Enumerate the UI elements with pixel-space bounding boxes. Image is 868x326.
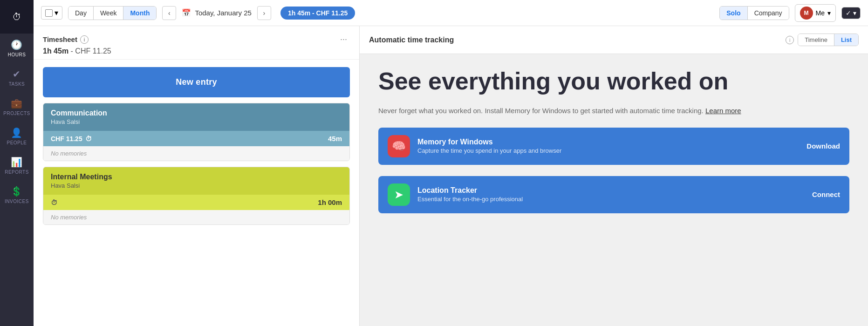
sidebar: ⏱ 🕐 HOURS ✔ TASKS 💼 PROJECTS 👤 PEOPLE 📊 … — [0, 0, 34, 326]
checkbox-dropdown-arrow[interactable]: ▾ — [55, 8, 58, 17]
sidebar-item-invoices[interactable]: 💲 INVOICES — [0, 180, 34, 210]
timesheet-info-icon[interactable]: i — [80, 35, 89, 44]
memory-app-name: Memory for Windows — [417, 138, 799, 146]
panel-title-row: Timesheet i ··· — [43, 34, 350, 45]
location-icon-glyph: ➤ — [394, 188, 403, 201]
memory-app-icon: 🧠 — [388, 135, 410, 157]
panel-title: Timesheet i — [43, 35, 89, 44]
right-panel-info-icon[interactable]: i — [786, 36, 794, 44]
sidebar-logo: ⏱ — [0, 0, 34, 34]
user-label: Me — [816, 9, 825, 17]
tab-day[interactable]: Day — [68, 7, 94, 20]
invoices-icon: 💲 — [11, 186, 23, 197]
hours-icon: 🕐 — [11, 39, 23, 50]
sidebar-item-invoices-label: INVOICES — [5, 199, 29, 204]
projects-icon: 💼 — [11, 98, 23, 109]
nav-prev-button[interactable]: ‹ — [162, 6, 176, 20]
entry-person-internal: Hava Salsi — [51, 182, 342, 189]
summary-time: 1h 45m — [43, 47, 68, 55]
view-tabs: Day Week Month — [68, 6, 157, 20]
check-dropdown-button[interactable]: ✓ ▾ — [841, 7, 861, 19]
time-summary-badge: 1h 45m - CHF 11.25 — [280, 7, 355, 20]
entry-header-communication: Communication Hava Salsi — [43, 103, 349, 131]
entry-footer-communication: No memories — [43, 146, 349, 161]
entry-duration-communication: 45m — [328, 135, 342, 143]
entry-cost-value: CHF 11.25 — [51, 135, 82, 143]
sidebar-item-tasks-label: TASKS — [9, 82, 25, 87]
calendar-icon: 📅 — [182, 8, 191, 17]
sidebar-item-reports-label: REPORTS — [5, 170, 29, 175]
sidebar-item-hours-label: HOURS — [8, 52, 26, 57]
view-mode-solo[interactable]: Solo — [720, 7, 747, 20]
sidebar-item-projects[interactable]: 💼 PROJECTS — [0, 92, 34, 122]
learn-more-link[interactable]: Learn more — [705, 107, 741, 115]
main-area: ▾ Day Week Month ‹ 📅 Today, January 25 ›… — [34, 0, 868, 326]
entry-person-communication: Hava Salsi — [51, 118, 342, 125]
entry-meta-communication: CHF 11.25 ⏱ 45m — [43, 131, 349, 146]
right-header: Automatic time tracking i Timeline List — [360, 26, 868, 54]
user-button[interactable]: M Me ▾ — [795, 4, 836, 22]
left-panel: Timesheet i ··· 1h 45m - CHF 11.25 New e… — [34, 26, 360, 326]
entry-card-internal-meetings[interactable]: Internal Meetings Hava Salsi ⏱ 1h 00m No… — [43, 167, 350, 225]
clock-logo-icon: ⏱ — [12, 12, 21, 22]
summary-amount: CHF 11.25 — [75, 47, 111, 55]
clock-icon-internal: ⏱ — [51, 199, 57, 206]
right-panel: Automatic time tracking i Timeline List … — [360, 26, 868, 326]
panel-header: Timesheet i ··· 1h 45m - CHF 11.25 — [34, 26, 359, 60]
sidebar-item-reports[interactable]: 📊 REPORTS — [0, 151, 34, 180]
people-icon: 👤 — [11, 127, 23, 138]
sidebar-item-hours[interactable]: 🕐 HOURS — [0, 34, 34, 63]
sidebar-item-people[interactable]: 👤 PEOPLE — [0, 122, 34, 151]
panel-body: New entry Communication Hava Salsi CHF 1… — [34, 60, 359, 326]
panel-summary: 1h 45m - CHF 11.25 — [43, 47, 350, 55]
user-dropdown-arrow: ▾ — [827, 9, 831, 17]
content-area: Timesheet i ··· 1h 45m - CHF 11.25 New e… — [34, 26, 868, 326]
entry-cost-internal: ⏱ — [51, 199, 57, 206]
promo-text-content: Never forget what you worked on. Install… — [378, 107, 704, 115]
app-card-memory: 🧠 Memory for Windows Capture the time yo… — [378, 128, 849, 165]
entry-title-internal: Internal Meetings — [51, 173, 342, 181]
entry-meta-internal: ⏱ 1h 00m — [43, 195, 349, 210]
entry-cost-communication: CHF 11.25 ⏱ — [51, 135, 92, 143]
tab-month[interactable]: Month — [123, 7, 156, 20]
location-app-icon: ➤ — [388, 183, 410, 206]
nav-next-button[interactable]: › — [257, 6, 271, 20]
entry-card-communication[interactable]: Communication Hava Salsi CHF 11.25 ⏱ 45m… — [43, 103, 350, 161]
app-card-location: ➤ Location Tracker Essential for the on-… — [378, 176, 849, 213]
right-tabs: Timeline List — [798, 34, 859, 46]
dots-menu[interactable]: ··· — [337, 34, 350, 45]
check-dropdown-arrow: ▾ — [853, 9, 856, 17]
view-mode-company[interactable]: Company — [748, 7, 789, 20]
topbar: ▾ Day Week Month ‹ 📅 Today, January 25 ›… — [34, 0, 868, 26]
date-display: 📅 Today, January 25 — [182, 8, 251, 17]
tab-timeline[interactable]: Timeline — [798, 34, 834, 46]
sidebar-item-tasks[interactable]: ✔ TASKS — [0, 63, 34, 92]
avatar: M — [800, 7, 813, 20]
sidebar-item-people-label: PEOPLE — [7, 140, 27, 145]
select-all-dropdown[interactable]: ▾ — [41, 6, 62, 20]
tab-week[interactable]: Week — [94, 7, 124, 20]
tab-list[interactable]: List — [834, 34, 858, 46]
tasks-icon: ✔ — [13, 68, 21, 80]
location-app-name: Location Tracker — [417, 186, 805, 195]
new-entry-button[interactable]: New entry — [43, 67, 350, 97]
right-panel-title: Automatic time tracking — [369, 36, 782, 44]
location-app-desc: Essential for the on-the-go professional — [417, 196, 805, 203]
entry-header-internal: Internal Meetings Hava Salsi — [43, 167, 349, 195]
select-all-checkbox[interactable] — [45, 9, 53, 17]
check-icon: ✓ — [846, 9, 851, 17]
location-app-info: Location Tracker Essential for the on-th… — [417, 186, 805, 203]
location-connect-button[interactable]: Connect — [812, 190, 840, 198]
promo-text: Never forget what you worked on. Install… — [378, 106, 849, 116]
summary-separator: - — [68, 47, 75, 55]
right-body: See everything you worked on Never forge… — [360, 54, 868, 326]
memory-app-desc: Capture the time you spend in your apps … — [417, 147, 799, 154]
memory-app-info: Memory for Windows Capture the time you … — [417, 138, 799, 154]
view-mode-tabs: Solo Company — [719, 6, 789, 20]
timesheet-label: Timesheet — [43, 35, 77, 43]
clock-icon-communication: ⏱ — [85, 135, 92, 143]
sidebar-item-projects-label: PROJECTS — [3, 111, 30, 116]
memory-download-button[interactable]: Download — [806, 142, 840, 150]
current-date-label: Today, January 25 — [195, 9, 251, 17]
reports-icon: 📊 — [11, 156, 23, 168]
